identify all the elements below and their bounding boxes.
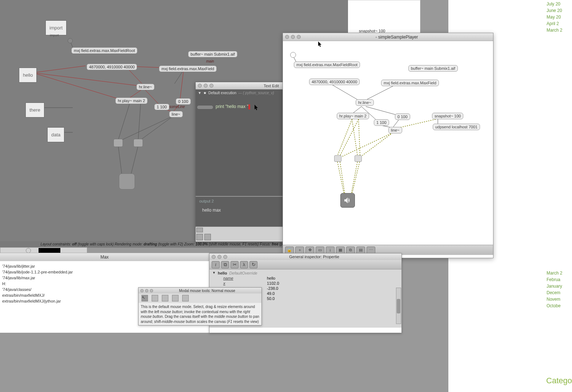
bang-button[interactable] — [290, 52, 296, 58]
slot-icon[interactable]: ⧉ — [346, 247, 355, 254]
there-box[interactable]: there — [25, 103, 44, 117]
bang-button[interactable] — [68, 38, 73, 43]
zoom-icon[interactable] — [209, 84, 213, 88]
mult-right-node[interactable] — [133, 139, 143, 147]
lambda-icon[interactable]: λ — [240, 261, 248, 268]
import-box[interactable]: import — [45, 20, 67, 35]
sample-player-window[interactable]: ◦ simpleSamplePlayer mxj field.extr — [283, 33, 493, 258]
texted-btn-1[interactable] — [196, 228, 203, 232]
mult-left-node[interactable] — [113, 139, 123, 147]
text-cursor — [248, 104, 250, 109]
hrplay-node[interactable]: hr.play~ main 2 — [337, 113, 369, 119]
gear-icon[interactable] — [26, 248, 31, 253]
import-sub-label: import — [50, 33, 59, 37]
archive-top: July 20 June 20 May 20 April 2 March 2 — [547, 0, 568, 34]
arrow-tool-icon[interactable]: ↖ — [141, 295, 148, 301]
archive-link[interactable]: Februa — [547, 277, 568, 282]
disclosure-icon[interactable]: ▼ — [198, 91, 201, 95]
hrline-node[interactable]: hr.line~ — [356, 99, 374, 106]
mult-left-node[interactable] — [334, 155, 341, 162]
minimize-icon[interactable] — [204, 84, 208, 88]
archive-link[interactable]: Decem — [547, 290, 568, 295]
dac-node[interactable] — [119, 173, 135, 189]
texted-btn-2[interactable] — [196, 234, 203, 240]
insp-kv[interactable]: x1102.0 — [223, 281, 399, 285]
archive-link[interactable]: March 2 — [547, 28, 568, 33]
close-icon[interactable] — [198, 84, 202, 88]
plus-icon[interactable]: ＋ — [295, 247, 304, 254]
close-icon[interactable] — [212, 255, 216, 259]
menu-icon[interactable]: ⋯ — [367, 247, 375, 254]
mxj-root-node[interactable]: mxj field.extras.max.MaxFieldRoot — [294, 61, 360, 68]
archive-link[interactable]: Octobe — [547, 303, 568, 308]
data-box[interactable]: data — [47, 127, 64, 142]
present-icon[interactable]: ▭ — [316, 247, 324, 254]
info-icon[interactable]: i — [326, 247, 335, 254]
tool-4-icon[interactable] — [172, 295, 179, 301]
svg-line-13 — [118, 102, 130, 140]
info-tab[interactable]: i — [212, 261, 220, 268]
msg-1-100[interactable]: 1 100 — [154, 104, 169, 110]
zoom-icon[interactable] — [150, 289, 153, 292]
insp-titlebar[interactable]: General inspector: Propertie — [209, 253, 401, 260]
close-icon[interactable] — [285, 35, 289, 39]
grid2-icon[interactable]: ▤ — [356, 247, 365, 254]
grid-icon[interactable]: ▦ — [336, 247, 345, 254]
msg-0-100[interactable]: 0 100 — [395, 113, 410, 120]
archive-link[interactable]: July 20 — [547, 1, 568, 7]
archive-link[interactable]: May 20 — [547, 15, 568, 20]
lock-icon[interactable]: 🔒 — [285, 247, 294, 254]
archive-link[interactable]: March 2 — [547, 271, 568, 276]
zoom-icon[interactable] — [297, 35, 301, 39]
mouse-titlebar[interactable]: Modal mouse tools: Normal mouse — [139, 288, 261, 293]
zoom-icon[interactable] — [223, 255, 227, 259]
cut-icon[interactable]: ✂ — [231, 261, 239, 268]
gutter-button[interactable] — [197, 105, 213, 109]
disclosure-icon[interactable]: ▼ — [212, 271, 216, 275]
minimize-icon[interactable] — [145, 289, 148, 292]
insp-kv[interactable]: namehello — [223, 276, 399, 280]
tool-2-icon[interactable] — [152, 295, 158, 301]
scroll-thumb[interactable] — [397, 299, 400, 313]
copy-icon[interactable]: ⧉ — [221, 261, 229, 268]
ezdac-button[interactable] — [340, 193, 355, 208]
buffer-node[interactable]: buffer~ main Submix1.aif — [188, 51, 237, 57]
numbers-msg[interactable]: 4870000, 4910000 40000 — [309, 79, 360, 85]
line-node[interactable]: line~ — [388, 127, 402, 133]
msg-0-100[interactable]: 0 100 — [176, 98, 191, 105]
buffer-node[interactable]: buffer~ main Submix1.aif — [408, 65, 458, 72]
patch-body[interactable]: mxj field.extras.max.MaxFieldRoot buffer… — [283, 41, 493, 245]
mxj-root-node[interactable]: mxj field.extras.max.MaxFieldRoot — [71, 47, 137, 54]
hello-box[interactable]: hello — [19, 68, 37, 83]
code-line[interactable]: print "hello max " — [216, 104, 250, 109]
tool-3-icon[interactable] — [162, 295, 168, 301]
archive-link[interactable]: June 20 — [547, 8, 568, 13]
hrline-node[interactable]: hr.line~ — [136, 84, 155, 90]
console-line: '74/java/lib/jode-1.1.2-pre-embedded.jar — [2, 269, 207, 275]
close-icon[interactable] — [140, 289, 144, 292]
snapshot-node[interactable]: snapshot~ 100 — [432, 113, 463, 119]
mxj-field-node[interactable]: mxj field.extras.max.MaxField — [159, 65, 217, 72]
texted-btn-3[interactable] — [204, 234, 211, 240]
insp-row-header[interactable]: ▼ hello DefaultOverride — [212, 271, 399, 275]
color-swatch[interactable] — [39, 248, 60, 253]
refresh-icon[interactable]: ↻ — [249, 261, 257, 268]
msg-1-100[interactable]: 1 100 — [374, 119, 389, 126]
patch-titlebar[interactable]: ◦ simpleSamplePlayer — [283, 33, 493, 41]
mxj-field-node[interactable]: mxj field.extras.max.MaxField — [381, 80, 439, 86]
minimize-icon[interactable] — [291, 35, 295, 39]
archive-link[interactable]: Novem — [547, 297, 568, 302]
scrollbar[interactable] — [396, 288, 401, 324]
console-line: '74/java/lib/max.jar — [2, 275, 207, 281]
mult-right-node[interactable] — [355, 155, 362, 162]
mouse-tools-window[interactable]: Modal mouse tools: Normal mouse ↖ This i… — [138, 287, 262, 325]
minimize-icon[interactable] — [217, 255, 221, 259]
tool-5-icon[interactable] — [182, 295, 189, 301]
line-node[interactable]: line~ — [169, 111, 183, 117]
move-icon[interactable]: ✥ — [305, 247, 314, 254]
udpsend-node[interactable]: udpsend localhost 7001 — [433, 124, 480, 130]
hrplay-node[interactable]: hr.play~ main 2 — [115, 97, 148, 104]
archive-link[interactable]: January — [547, 284, 568, 289]
archive-link[interactable]: April 2 — [547, 21, 568, 26]
numbers-msg[interactable]: 4870000, 4910000 40000 — [87, 64, 137, 70]
